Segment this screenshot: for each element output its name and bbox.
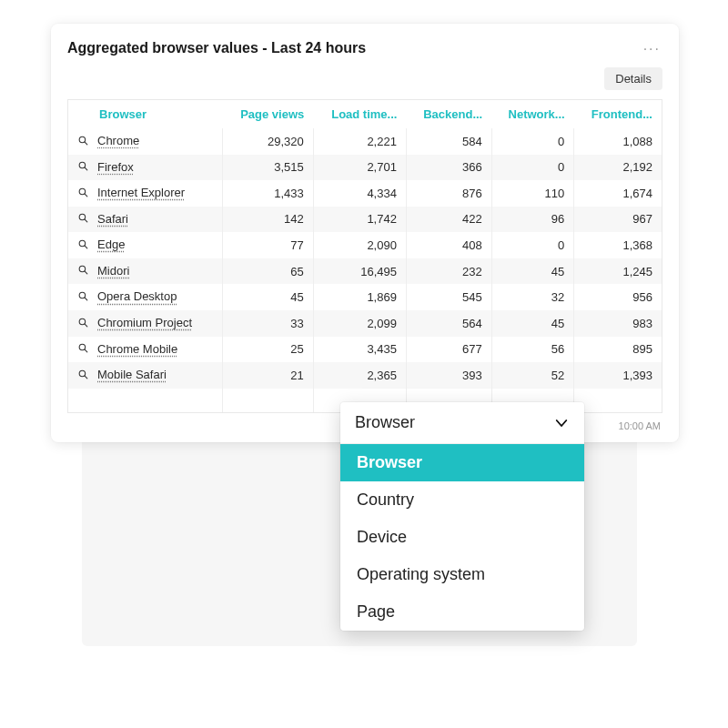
- cell-load-time: 4,334: [313, 180, 406, 207]
- cell-page-views: 25: [223, 337, 314, 363]
- svg-point-6: [79, 214, 86, 220]
- svg-line-13: [85, 298, 87, 300]
- table-row: Internet Explorer1,4334,3348761101,674: [68, 180, 662, 207]
- more-menu-icon[interactable]: ···: [642, 40, 662, 58]
- browser-name-link[interactable]: Chromium Project: [97, 316, 192, 329]
- browser-name-link[interactable]: Chrome: [97, 134, 139, 147]
- cell-load-time: 2,090: [313, 232, 406, 258]
- browser-name-link[interactable]: Opera Desktop: [97, 289, 177, 303]
- cell-network: 0: [491, 155, 573, 181]
- cell-load-time: 2,221: [313, 128, 406, 155]
- cell-page-views: 3,515: [223, 155, 314, 181]
- data-table-wrap: Browser Page views Load time... Backend.…: [67, 99, 662, 413]
- browser-name-link[interactable]: Edge: [97, 238, 125, 251]
- cell-frontend: 1,674: [574, 180, 662, 207]
- cell-load-time: 2,701: [313, 155, 406, 181]
- cell-frontend: 1,245: [574, 258, 662, 285]
- cell-network: 45: [491, 258, 573, 285]
- browser-name-link[interactable]: Firefox: [97, 160, 134, 174]
- cell-frontend: 895: [574, 337, 662, 363]
- dropdown-option[interactable]: Browser: [340, 444, 584, 481]
- svg-point-0: [79, 136, 86, 143]
- chevron-down-icon: [553, 415, 570, 431]
- cell-page-views: 45: [223, 284, 314, 310]
- search-icon[interactable]: [77, 317, 92, 331]
- svg-line-5: [85, 194, 87, 197]
- search-icon[interactable]: [77, 238, 92, 253]
- cell-network: 56: [491, 337, 573, 363]
- search-icon[interactable]: [77, 264, 92, 278]
- search-icon[interactable]: [77, 187, 92, 201]
- table-row: Edge772,09040801,368: [68, 232, 662, 258]
- table-row: Chromium Project332,09956445983: [68, 310, 662, 337]
- table-row: Chrome Mobile253,43567756895: [68, 337, 662, 363]
- search-icon[interactable]: [77, 135, 92, 149]
- col-header-frontend[interactable]: Frontend...: [574, 100, 662, 128]
- cell-backend: 408: [406, 232, 491, 258]
- col-header-browser[interactable]: Browser: [68, 100, 223, 128]
- col-header-network[interactable]: Network...: [491, 100, 573, 128]
- dropdown-option[interactable]: Country: [340, 481, 584, 519]
- cell-page-views: 33: [223, 310, 314, 337]
- cell-frontend: 967: [574, 207, 662, 233]
- cell-backend: 232: [406, 258, 491, 285]
- svg-point-12: [79, 292, 86, 298]
- svg-line-7: [85, 219, 87, 222]
- browser-name-link[interactable]: Chrome Mobile: [97, 342, 177, 356]
- search-icon[interactable]: [77, 160, 92, 175]
- table-row: Firefox3,5152,70136602,192: [68, 155, 662, 181]
- browser-name-link[interactable]: Midori: [97, 264, 129, 278]
- dropdown-option[interactable]: Page: [340, 593, 584, 631]
- cell-network: 32: [491, 284, 573, 310]
- dropdown-option[interactable]: Device: [340, 519, 584, 556]
- cell-load-time: 3,435: [313, 337, 406, 363]
- browser-name-link[interactable]: Safari: [97, 212, 128, 226]
- cell-backend: 422: [406, 207, 491, 233]
- details-button[interactable]: Details: [604, 67, 662, 90]
- dropdown-selected-label: Browser: [355, 413, 415, 432]
- cell-backend: 545: [406, 284, 491, 310]
- cell-load-time: 1,869: [313, 284, 406, 310]
- search-icon[interactable]: [77, 290, 92, 305]
- svg-point-10: [79, 267, 86, 273]
- cell-page-views: 142: [223, 207, 314, 233]
- cell-frontend: 956: [574, 284, 662, 310]
- browser-name-link[interactable]: Internet Explorer: [97, 186, 185, 199]
- facet-dropdown: Browser BrowserCountryDeviceOperating sy…: [340, 402, 584, 631]
- col-header-page-views[interactable]: Page views: [223, 100, 314, 128]
- cell-frontend: 983: [574, 310, 662, 337]
- cell-page-views: 77: [223, 232, 314, 258]
- col-header-load-time[interactable]: Load time...: [313, 100, 406, 128]
- table-row: Opera Desktop451,86954532956: [68, 284, 662, 310]
- col-header-backend[interactable]: Backend...: [406, 100, 491, 128]
- cell-page-views: 29,320: [223, 128, 314, 155]
- cell-backend: 677: [406, 337, 491, 363]
- svg-point-8: [79, 240, 86, 247]
- cell-page-views: 1,433: [223, 180, 314, 207]
- cell-load-time: 2,365: [313, 362, 406, 389]
- cell-network: 0: [491, 232, 573, 258]
- card-header: Aggregated browser values - Last 24 hour…: [67, 40, 662, 58]
- details-row: Details: [67, 67, 662, 90]
- cell-frontend: 1,368: [574, 232, 662, 258]
- search-icon[interactable]: [77, 369, 92, 383]
- search-icon[interactable]: [77, 212, 92, 227]
- cell-page-views: 65: [223, 258, 314, 285]
- cell-backend: 584: [406, 128, 491, 155]
- data-table: Browser Page views Load time... Backend.…: [68, 100, 662, 412]
- svg-line-1: [85, 142, 87, 145]
- cell-network: 0: [491, 128, 573, 155]
- svg-point-4: [79, 188, 86, 195]
- dropdown-trigger[interactable]: Browser: [340, 402, 584, 444]
- svg-line-9: [85, 246, 87, 248]
- cell-frontend: 1,088: [574, 128, 662, 155]
- cell-backend: 876: [406, 180, 491, 207]
- cell-backend: 564: [406, 310, 491, 337]
- search-icon[interactable]: [77, 342, 92, 357]
- dropdown-option[interactable]: Operating system: [340, 556, 584, 593]
- svg-line-15: [85, 324, 87, 327]
- svg-line-19: [85, 376, 87, 379]
- cell-backend: 393: [406, 362, 491, 389]
- browser-name-link[interactable]: Mobile Safari: [97, 368, 167, 381]
- cell-load-time: 2,099: [313, 310, 406, 337]
